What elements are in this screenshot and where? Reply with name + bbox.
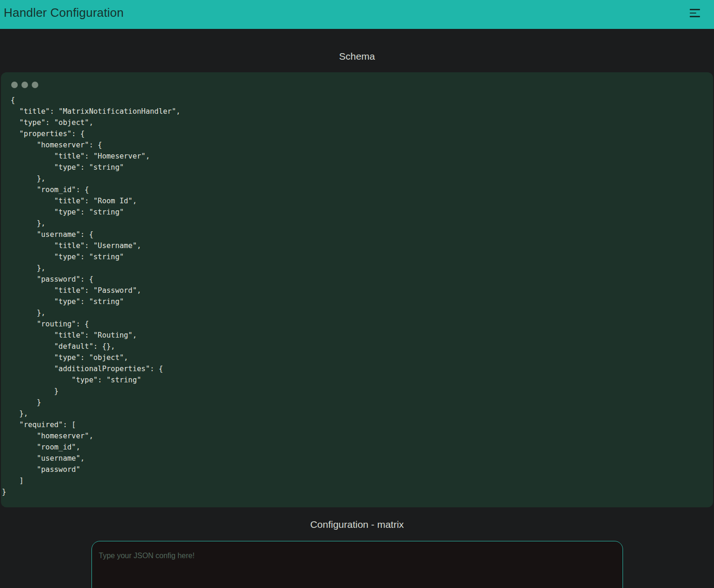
menu-icon-bar-middle — [690, 13, 696, 14]
menu-icon-bar-bottom — [690, 16, 700, 17]
schema-json-code: { "title": "MatrixNotificationHandler", … — [1, 95, 713, 498]
window-dot-icon — [32, 82, 38, 88]
config-heading: Configuration - matrix — [0, 518, 714, 531]
menu-button[interactable] — [690, 9, 700, 17]
schema-code-window: { "title": "MatrixNotificationHandler", … — [1, 72, 713, 507]
page-title: Handler Configuration — [4, 6, 124, 20]
menu-icon-bar-top — [690, 9, 700, 10]
window-dots — [1, 72, 713, 88]
window-dot-icon — [11, 82, 18, 88]
window-dot-icon — [21, 82, 28, 88]
schema-heading: Schema — [0, 50, 714, 63]
config-json-input[interactable] — [91, 541, 623, 588]
app-header: Handler Configuration — [0, 0, 714, 29]
main-content: Schema { "title": "MatrixNotificationHan… — [0, 50, 714, 588]
